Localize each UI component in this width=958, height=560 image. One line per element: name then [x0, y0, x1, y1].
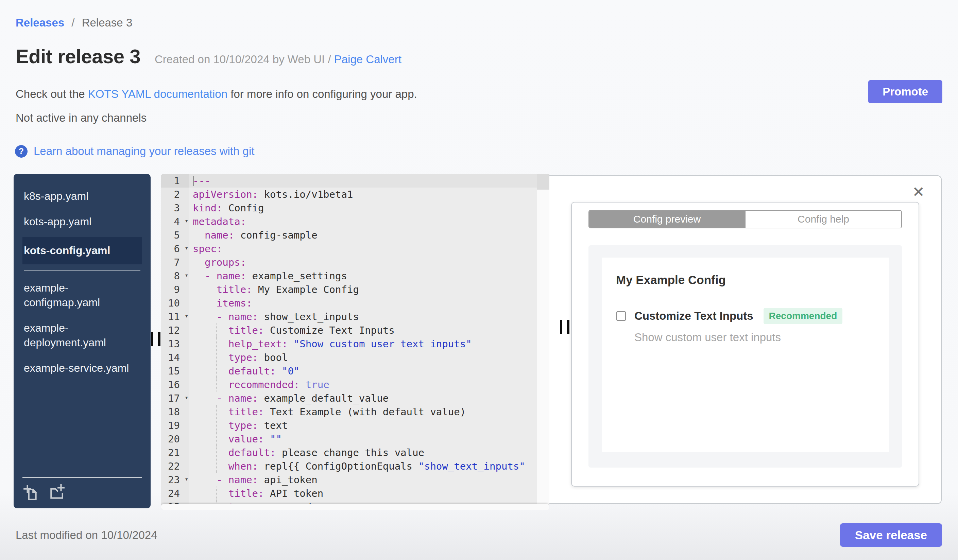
docs-prefix: Check out the	[16, 88, 88, 100]
code-line[interactable]: 17▾ - name: example_default_value	[161, 391, 549, 405]
indent-guide	[216, 419, 217, 432]
code-line[interactable]: 3kind: Config	[161, 201, 549, 215]
breadcrumb: Releases / Release 3	[16, 16, 132, 29]
code-line[interactable]: 8▾ - name: example_settings	[161, 269, 549, 283]
author-link[interactable]: Paige Calvert	[334, 53, 401, 66]
close-icon[interactable]: ✕	[910, 184, 927, 200]
fold-arrow-icon[interactable]: ▾	[185, 309, 188, 323]
indent-guide	[216, 337, 217, 351]
config-preview-panel: ✕ Config previewConfig help My Example C…	[549, 176, 942, 504]
line-number: 1	[161, 174, 189, 188]
code-line[interactable]: 21 default: please change this value	[161, 446, 549, 459]
breadcrumb-separator: /	[71, 16, 75, 29]
code-line[interactable]: 15 default: "0"	[161, 364, 549, 378]
line-number: 3	[161, 201, 189, 215]
code-line[interactable]: 14 type: bool	[161, 351, 549, 364]
config-option-help-text: Show custom user text inputs	[634, 331, 875, 344]
indent-guide	[216, 378, 217, 391]
code-line[interactable]: 24 title: API token	[161, 487, 549, 500]
line-number: 19	[161, 419, 189, 432]
code-line[interactable]: 11▾ - name: show_text_inputs	[161, 310, 549, 323]
code-text: ---	[189, 174, 549, 188]
code-line[interactable]: 10 items:	[161, 296, 549, 310]
code-text: title: API token	[189, 487, 549, 500]
code-text: recommended: true	[189, 378, 549, 391]
file-item-example-service-yaml[interactable]: example-service.yaml	[22, 356, 142, 381]
code-line[interactable]: 6▾spec:	[161, 242, 549, 256]
line-number: 14	[161, 351, 189, 364]
code-line[interactable]: 13 help_text: "Show custom user text inp…	[161, 337, 549, 351]
code-line[interactable]: 16 recommended: true	[161, 378, 549, 391]
code-text: metadata:	[189, 215, 549, 228]
code-line[interactable]: 9 title: My Example Config	[161, 283, 549, 296]
editor-horizontal-scrollbar[interactable]	[161, 504, 549, 510]
code-line[interactable]: 19 type: text	[161, 419, 549, 432]
fold-arrow-icon[interactable]: ▾	[185, 269, 188, 282]
kots-yaml-docs-link[interactable]: KOTS YAML documentation	[88, 88, 227, 100]
code-line[interactable]: 7 groups:	[161, 256, 549, 269]
promote-button[interactable]: Promote	[868, 80, 942, 103]
editor-vertical-scrollbar[interactable]	[537, 174, 549, 510]
code-line[interactable]: 4▾metadata:	[161, 215, 549, 228]
code-text: groups:	[189, 256, 549, 269]
file-item-k8s-app-yaml[interactable]: k8s-app.yaml	[22, 184, 142, 209]
recommended-badge: Recommended	[763, 308, 843, 324]
title-row: Edit release 3 Created on 10/10/2024 by …	[16, 45, 401, 68]
line-number: 22	[161, 459, 189, 473]
fold-arrow-icon[interactable]: ▾	[185, 241, 188, 255]
git-releases-link[interactable]: Learn about managing your releases with …	[34, 145, 254, 158]
line-number: 16	[161, 378, 189, 391]
line-number: 11▾	[161, 310, 189, 323]
code-text: type: bool	[189, 351, 549, 364]
code-text: spec:	[189, 242, 549, 256]
scrollbar-thumb[interactable]	[537, 174, 549, 190]
customize-text-inputs-checkbox[interactable]	[616, 311, 626, 321]
code-text: default: "0"	[189, 364, 549, 378]
config-preview-card: Config previewConfig help My Example Con…	[571, 202, 919, 487]
file-item-kots-config-yaml[interactable]: kots-config.yaml	[22, 237, 142, 264]
fold-arrow-icon[interactable]: ▾	[185, 472, 188, 486]
file-item-kots-app-yaml[interactable]: kots-app.yaml	[22, 209, 142, 234]
fold-arrow-icon[interactable]: ▾	[185, 391, 188, 404]
file-tree-sidebar: k8s-app.yamlkots-app.yamlkots-config.yam…	[14, 174, 151, 508]
code-line[interactable]: 5 name: config-sample	[161, 228, 549, 242]
code-line[interactable]: 18 title: Text Example (with default val…	[161, 405, 549, 419]
add-file-icon[interactable]	[22, 484, 40, 501]
code-line[interactable]: 23▾ - name: api_token	[161, 473, 549, 487]
save-release-button[interactable]: Save release	[840, 523, 942, 547]
line-number: 9	[161, 283, 189, 296]
tab-config-preview[interactable]: Config preview	[589, 211, 745, 228]
created-info: Created on 10/10/2024 by Web UI / Paige …	[155, 53, 401, 66]
line-number: 24	[161, 487, 189, 500]
indent-guide	[216, 446, 217, 459]
git-help-row: ? Learn about managing your releases wit…	[15, 145, 254, 158]
code-line[interactable]: 22 when: repl{{ ConfigOptionEquals "show…	[161, 459, 549, 473]
config-preview-area: My Example Config Customize Text Inputs …	[588, 245, 902, 468]
code-line[interactable]: 2apiVersion: kots.io/v1beta1	[161, 188, 549, 201]
add-folder-icon[interactable]	[48, 484, 65, 501]
code-text: title: Text Example (with default value)	[189, 405, 549, 419]
fold-arrow-icon[interactable]: ▾	[185, 214, 188, 228]
code-text: - name: api_token	[189, 473, 549, 487]
breadcrumb-releases-link[interactable]: Releases	[16, 16, 64, 29]
line-number: 10	[161, 296, 189, 310]
tab-config-help[interactable]: Config help	[745, 211, 901, 228]
indent-guide	[216, 364, 217, 378]
line-number: 6▾	[161, 242, 189, 256]
indent-guide	[216, 323, 217, 337]
line-number: 13	[161, 337, 189, 351]
file-item-example-deployment-yaml[interactable]: example-deployment.yaml	[22, 315, 142, 356]
editor-resize-handle[interactable]	[560, 320, 569, 334]
line-number: 15	[161, 364, 189, 378]
code-line[interactable]: 12 title: Customize Text Inputs	[161, 323, 549, 337]
last-modified-text: Last modified on 10/10/2024	[16, 529, 157, 542]
sidebar-resize-handle[interactable]	[151, 332, 160, 346]
line-number: 12	[161, 323, 189, 337]
yaml-code-editor[interactable]: 1---2apiVersion: kots.io/v1beta13kind: C…	[161, 174, 549, 510]
code-line[interactable]: 20 value: ""	[161, 432, 549, 446]
file-item-example-configmap-yaml[interactable]: example-configmap.yaml	[22, 275, 142, 315]
config-form: My Example Config Customize Text Inputs …	[602, 258, 889, 452]
indent-guide	[216, 351, 217, 364]
code-line[interactable]: 1---	[161, 174, 549, 188]
code-text: name: config-sample	[189, 228, 549, 242]
